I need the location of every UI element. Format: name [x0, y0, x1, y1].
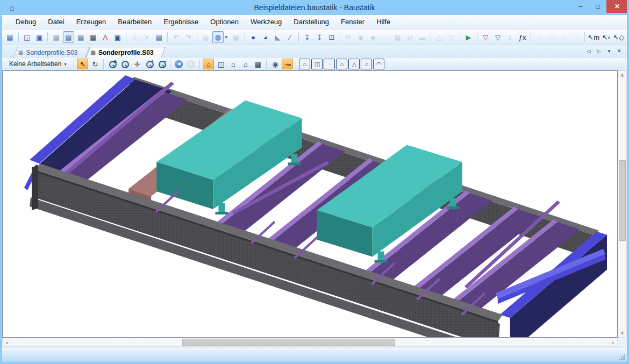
stored-view-front-button[interactable]: ◫	[311, 59, 323, 69]
cursor-angle-button[interactable]: ↖‹	[601, 31, 612, 43]
new-document-button[interactable]: ▤	[4, 31, 16, 43]
tabs-scroll-left-button[interactable]: ◁	[584, 47, 593, 55]
menu-hilfe[interactable]: Hilfe	[370, 15, 396, 29]
export-page-button[interactable]: ▤	[51, 31, 62, 43]
zoom-out-button[interactable]: −	[156, 59, 167, 69]
page-zoom-button[interactable]: ▤	[75, 31, 87, 43]
menu-debug[interactable]: Debug	[10, 15, 42, 29]
envelope-button[interactable]: ✉	[343, 31, 354, 43]
stored-view-garage-button[interactable]: ⌂	[361, 59, 372, 69]
view-side-button[interactable]: ⌂	[240, 59, 251, 69]
tabs-list-button[interactable]: ▾	[605, 47, 613, 55]
moment-diagram-button[interactable]: ▽	[480, 31, 491, 43]
tab-sonderprofile-2[interactable]: ▦ Sonderprofile.S03	[85, 47, 161, 58]
view-sphere-dropdown[interactable]: ▾	[223, 31, 230, 43]
window-hatch-button[interactable]: ▦	[392, 31, 403, 43]
print-preview-button[interactable]: ▤	[63, 31, 74, 43]
scroll-down-button[interactable]: ∨	[618, 329, 626, 337]
lasso-select-button[interactable]: ◌	[129, 31, 140, 43]
view-elevation-button[interactable]: ◫	[215, 59, 226, 69]
snap-mode-2-button[interactable]: ∷	[546, 31, 557, 43]
moment-diagram-alt-button[interactable]: ▽	[492, 31, 504, 43]
pick-structure-button[interactable]: ▶	[463, 31, 474, 43]
menu-fenster[interactable]: Fenster	[335, 15, 370, 29]
menu-erzeugen[interactable]: Erzeugen	[70, 15, 112, 29]
undo-button[interactable]: ↶	[170, 31, 182, 43]
menu-optionen[interactable]: Optionen	[204, 15, 245, 29]
support-b-button[interactable]: ▽	[446, 31, 457, 43]
menu-werkzeug[interactable]: Werkzeug	[245, 15, 288, 29]
copy-button[interactable]: ▤	[154, 31, 165, 43]
viewport-image-button[interactable]: ▣	[112, 31, 123, 43]
pointer-button[interactable]: ↖	[77, 59, 88, 69]
vscroll-track[interactable]	[618, 80, 626, 329]
snap-mode-4-button[interactable]: ∵	[570, 31, 582, 43]
pdf-export-button[interactable]: A	[99, 31, 111, 43]
view-3d-button[interactable]: ⌂	[203, 59, 214, 69]
menu-datei[interactable]: Datei	[42, 15, 70, 29]
view-previous-button[interactable]: ◀	[173, 59, 184, 69]
model-viewport[interactable]	[2, 70, 618, 338]
stored-view-blank-button[interactable]	[324, 59, 335, 69]
pick-line-button[interactable]: ∕	[284, 31, 296, 43]
model-canvas[interactable]	[3, 71, 617, 337]
view-next-button[interactable]: ▶	[185, 59, 197, 69]
pick-sphere-button[interactable]: ◕	[260, 31, 271, 43]
rotate-view-button[interactable]: ↻	[89, 59, 101, 69]
dimension-button[interactable]: ⇄	[404, 31, 416, 43]
load-beam-button[interactable]: ↧	[314, 31, 325, 43]
render-mode-button[interactable]: ◉	[269, 59, 281, 69]
stored-view-roof-button[interactable]: △	[348, 59, 360, 69]
tabs-close-button[interactable]: ✕	[615, 47, 624, 55]
stored-view-dome-button[interactable]: ◠	[373, 59, 384, 69]
open-project-button[interactable]: ◱	[22, 31, 33, 43]
save-button[interactable]: ▣	[34, 31, 45, 43]
render-sphere-button[interactable]: ●	[248, 31, 259, 43]
zoom-all-button[interactable]: A	[106, 59, 118, 69]
share-button[interactable]: ▤	[200, 31, 211, 43]
delete-button[interactable]: ✕	[141, 31, 153, 43]
beam-section-button[interactable]: ▬	[417, 31, 428, 43]
scroll-left-button[interactable]: ‹	[3, 338, 11, 346]
load-area-button[interactable]: ⊡	[326, 31, 337, 43]
stored-view-house-button[interactable]: ⌂	[336, 59, 347, 69]
minimize-button[interactable]: –	[572, 0, 589, 13]
close-button[interactable]: ✕	[606, 0, 628, 13]
maximize-button[interactable]: □	[589, 0, 606, 13]
snap-mode-1-button[interactable]: ∴	[534, 31, 545, 43]
support-a-button[interactable]: △	[434, 31, 445, 43]
extrude-button[interactable]: ◆	[355, 31, 367, 43]
resize-grip[interactable]	[618, 353, 625, 360]
hscroll-thumb[interactable]	[182, 339, 395, 346]
pan-button[interactable]: ✛	[131, 59, 142, 69]
snap-mode-3-button[interactable]: ∴	[559, 31, 570, 43]
print-button[interactable]: ▦	[88, 31, 99, 43]
pick-cone-button[interactable]: ◣	[272, 31, 283, 43]
menu-bearbeiten[interactable]: Bearbeiten	[112, 15, 158, 29]
shear-z2-button[interactable]: z	[504, 31, 516, 43]
zoom-in-button[interactable]: +	[144, 59, 155, 69]
stored-view-3d-button[interactable]: ⌂	[299, 59, 310, 69]
cursor-node-button[interactable]: ↖◇	[613, 31, 625, 43]
pin-view-button[interactable]: ▣	[231, 31, 242, 43]
menu-darstellung[interactable]: Darstellung	[288, 15, 335, 29]
workplane-dropdown[interactable]: Keine Arbeitseben ▾	[6, 59, 69, 69]
hscroll-track[interactable]	[11, 338, 609, 346]
profile-3d-button[interactable]: ◆	[368, 31, 379, 43]
render-path-button[interactable]: ↝	[282, 59, 293, 69]
view-house-button[interactable]: ⌂	[227, 59, 239, 69]
grid-button[interactable]: ▦	[252, 59, 263, 69]
scroll-right-button[interactable]: ›	[609, 338, 617, 346]
horizontal-scrollbar[interactable]: ‹ ›	[2, 338, 618, 347]
cursor-m-button[interactable]: ↖m	[588, 31, 599, 43]
function-fx-button[interactable]: ƒx	[517, 31, 528, 43]
window-plain-button[interactable]: ▭	[380, 31, 391, 43]
vscroll-thumb[interactable]	[619, 160, 626, 241]
load-node-button[interactable]: ↧	[302, 31, 313, 43]
menu-ergebnisse[interactable]: Ergebnisse	[158, 15, 204, 29]
redo-button[interactable]: ↷	[183, 31, 194, 43]
tabs-scroll-right-button[interactable]: ▷	[595, 47, 603, 55]
view-sphere-button[interactable]: ◍	[212, 31, 224, 43]
vertical-scrollbar[interactable]: ∧ ∨	[618, 70, 627, 338]
zoom-window-button[interactable]	[119, 59, 130, 69]
